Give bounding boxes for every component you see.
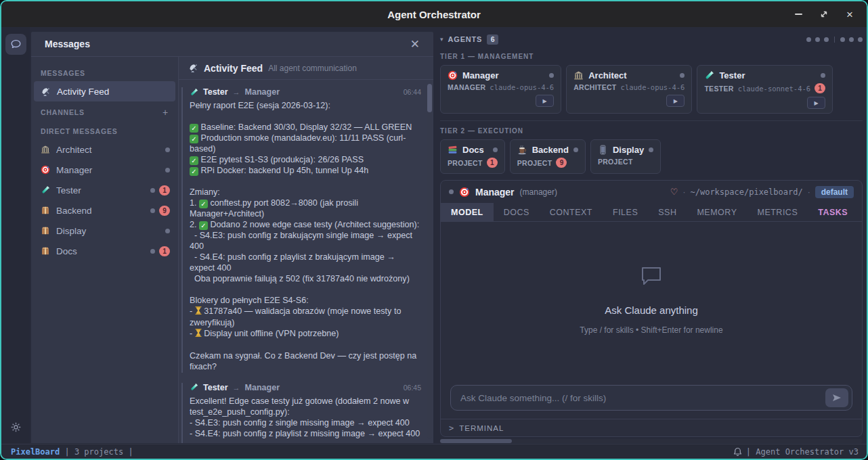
composer-row bbox=[441, 378, 862, 419]
unread-badge: 1 bbox=[159, 185, 170, 196]
message-time: 06:45 bbox=[404, 384, 421, 392]
presence-dot bbox=[150, 188, 155, 193]
play-icon: ▶ bbox=[674, 98, 678, 104]
sidebar-item-tester[interactable]: Tester 1 bbox=[31, 180, 178, 200]
tab-files[interactable]: FILES bbox=[603, 203, 648, 221]
horizontal-scrollbar-thumb[interactable] bbox=[440, 439, 512, 443]
message-from: Tester bbox=[203, 87, 228, 97]
add-channel-button[interactable]: + bbox=[162, 107, 169, 118]
tab-metrics[interactable]: METRICS bbox=[747, 203, 808, 221]
messages-panel-title: Messages bbox=[45, 39, 90, 49]
agent-card-backend[interactable]: Backend PROJECT 9 bbox=[510, 139, 586, 174]
message-header: Tester → Manager 06:45 bbox=[190, 383, 421, 392]
dot-icon bbox=[815, 37, 820, 42]
app-window: Agent Orchestrator × bbox=[0, 0, 868, 460]
tier1-cards: Manager MANAGER claude-opus-4-6 ▶ Arc bbox=[440, 65, 863, 114]
agent-name: Backend bbox=[532, 145, 569, 155]
dot-icon bbox=[858, 37, 863, 42]
run-agent-button[interactable]: ▶ bbox=[536, 95, 554, 107]
agents-count-badge: 6 bbox=[487, 34, 498, 45]
testtube-icon bbox=[41, 185, 50, 195]
message-body: Pełny raport E2E (sesja 2026-03-12): ✓ B… bbox=[190, 101, 421, 373]
env-badge[interactable]: default bbox=[815, 186, 854, 198]
sidebar-item-display[interactable]: Display bbox=[31, 221, 178, 241]
horizontal-scrollbar[interactable] bbox=[440, 439, 863, 443]
collapse-caret-icon[interactable]: ▾ bbox=[440, 36, 443, 43]
detail-tabs: MODEL DOCS CONTEXT FILES SSH MEMORY METR… bbox=[441, 203, 862, 222]
tier1-label: TIER 1 — MANAGEMENT bbox=[440, 53, 863, 60]
dm-name: Backend bbox=[56, 206, 92, 216]
agent-card-display[interactable]: Display PROJECT bbox=[590, 139, 661, 174]
sidebar-item-manager[interactable]: Manager bbox=[31, 160, 178, 180]
messages-close-button[interactable]: ✕ bbox=[408, 37, 422, 51]
presence-dot bbox=[165, 147, 170, 152]
tab-context[interactable]: CONTEXT bbox=[540, 203, 603, 221]
agent-card-manager[interactable]: Manager MANAGER claude-opus-4-6 ▶ bbox=[440, 65, 561, 114]
maximize-icon bbox=[820, 10, 828, 18]
tab-audit[interactable]: AUDIT bbox=[858, 203, 863, 221]
tab-ssh[interactable]: SSH bbox=[648, 203, 687, 221]
agent-badge: 1 bbox=[487, 158, 498, 168]
message-to: Manager bbox=[245, 87, 280, 97]
dot-separator: · bbox=[808, 187, 810, 197]
agent-card-docs[interactable]: Docs PROJECT 1 bbox=[440, 139, 505, 174]
minimize-button[interactable] bbox=[788, 5, 808, 23]
settings-button[interactable] bbox=[5, 417, 26, 437]
feed-scroll-area[interactable]: Tester → Manager 06:44 Pełny raport E2E … bbox=[179, 80, 433, 443]
satellite-icon bbox=[41, 87, 51, 97]
send-button[interactable] bbox=[825, 388, 848, 407]
gear-icon bbox=[10, 421, 22, 433]
message-to: Manager bbox=[245, 383, 280, 392]
dm-name: Docs bbox=[56, 246, 77, 256]
unread-badge: 9 bbox=[159, 206, 170, 216]
dm-name: Display bbox=[56, 226, 86, 236]
maximize-button[interactable] bbox=[814, 5, 834, 23]
agent-card-architect[interactable]: Architect ARCHITECT claude-opus-4-6 ▶ bbox=[566, 65, 692, 114]
agent-role: TESTER bbox=[704, 85, 733, 93]
messages-panel-header: Messages ✕ bbox=[31, 32, 433, 57]
sidebar-item-docs[interactable]: Docs 1 bbox=[31, 241, 178, 261]
target-icon bbox=[41, 165, 50, 175]
terminal-toggle[interactable]: > TERMINAL bbox=[441, 419, 862, 436]
speech-bubble-icon bbox=[640, 265, 663, 287]
tab-tasks[interactable]: TASKS bbox=[808, 203, 858, 221]
presence-dot bbox=[150, 208, 155, 213]
tab-model[interactable]: MODEL bbox=[441, 203, 494, 221]
brand-label: PixelBoard bbox=[11, 447, 60, 457]
agent-role: MANAGER bbox=[448, 83, 485, 91]
dm-name: Tester bbox=[56, 185, 81, 196]
feed-scrollbar-thumb[interactable] bbox=[427, 84, 432, 112]
close-button[interactable]: × bbox=[840, 5, 860, 23]
tab-memory[interactable]: MEMORY bbox=[687, 203, 747, 221]
sidebar-item-architect[interactable]: Architect bbox=[31, 139, 178, 160]
building-icon bbox=[573, 70, 584, 80]
heart-icon[interactable]: ♡ bbox=[670, 187, 678, 197]
unread-badge: 1 bbox=[159, 246, 170, 256]
section-channels: CHANNELS + bbox=[31, 101, 178, 122]
agent-name: Manager bbox=[462, 70, 498, 80]
agents-header[interactable]: ▾ AGENTS 6 bbox=[440, 32, 863, 47]
presence-dot bbox=[493, 147, 498, 152]
agent-name: Tester bbox=[719, 70, 745, 80]
dot-icon bbox=[840, 37, 845, 42]
chat-empty-state: Ask Claude anything Type / for skills • … bbox=[441, 222, 862, 378]
arrow-icon: → bbox=[233, 384, 240, 392]
bell-icon[interactable] bbox=[733, 447, 742, 457]
tab-docs[interactable]: DOCS bbox=[494, 203, 540, 221]
messages-rail-button[interactable] bbox=[5, 34, 26, 55]
sidebar-item-backend[interactable]: Backend 9 bbox=[31, 200, 178, 221]
messages-panel-body: MESSAGES Activity Feed CHANNELS + DIRECT… bbox=[31, 57, 433, 443]
package-icon bbox=[41, 226, 50, 235]
feed-scrollbar[interactable] bbox=[427, 84, 432, 439]
coffee-icon bbox=[517, 145, 527, 155]
message-from: Tester bbox=[203, 383, 228, 392]
ask-input[interactable] bbox=[460, 393, 825, 403]
dot-icon bbox=[824, 37, 829, 42]
sidebar-item-activity-feed[interactable]: Activity Feed bbox=[34, 81, 175, 101]
title-bar: Agent Orchestrator × bbox=[1, 1, 867, 27]
agent-card-tester[interactable]: Tester TESTER claude-sonnet-4-6 1 ▶ bbox=[697, 65, 833, 114]
messages-panel: Messages ✕ MESSAGES Activity Feed CHANNE… bbox=[31, 32, 433, 443]
run-agent-button[interactable]: ▶ bbox=[807, 97, 825, 109]
run-agent-button[interactable]: ▶ bbox=[666, 95, 685, 107]
dm-name: Manager bbox=[56, 165, 92, 175]
